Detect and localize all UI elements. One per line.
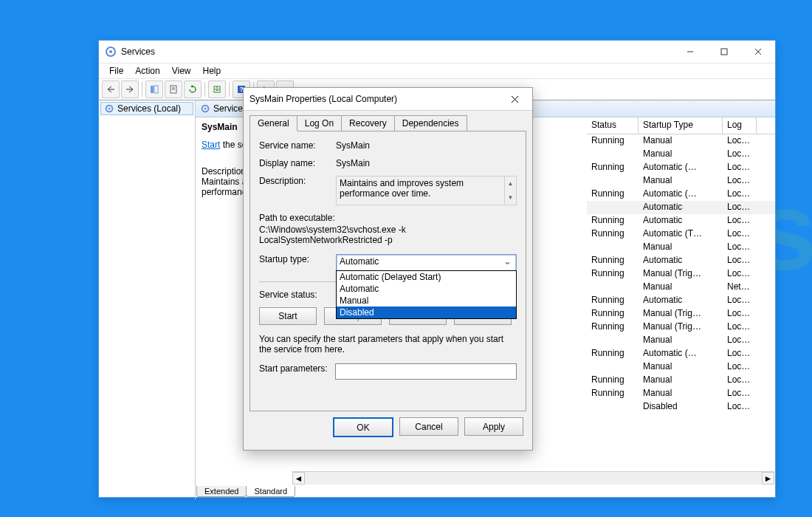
maximize-button[interactable] xyxy=(707,41,741,63)
value-display-name: SysMain xyxy=(336,158,517,168)
menu-help[interactable]: Help xyxy=(197,64,227,78)
svg-rect-7 xyxy=(154,86,158,93)
dropdown-option[interactable]: Disabled xyxy=(337,307,516,318)
start-service-link[interactable]: Start xyxy=(202,140,220,150)
startup-type-value: Automatic xyxy=(340,256,379,267)
tab-general[interactable]: General xyxy=(250,115,297,131)
table-row[interactable]: ManualLoc… xyxy=(587,241,775,254)
refresh-button[interactable] xyxy=(184,81,202,98)
ok-button[interactable]: OK xyxy=(333,417,393,437)
label-start-params: Start parameters: xyxy=(259,363,335,374)
window-title: Services xyxy=(121,47,673,57)
table-row[interactable]: ManualLoc… xyxy=(587,174,775,188)
svg-point-16 xyxy=(109,108,111,110)
svg-point-1 xyxy=(109,50,112,53)
dialog-tabs: General Log On Recovery Dependencies xyxy=(244,111,532,131)
col-startup[interactable]: Startup Type xyxy=(639,117,723,134)
minimize-button[interactable] xyxy=(673,41,707,63)
back-button[interactable] xyxy=(102,81,120,98)
svg-rect-3 xyxy=(721,49,727,55)
tab-dependencies[interactable]: Dependencies xyxy=(394,115,467,131)
menubar: File Action View Help xyxy=(99,64,775,78)
services-icon xyxy=(105,46,117,58)
start-params-note: You can specify the start parameters tha… xyxy=(259,334,517,355)
forward-button[interactable] xyxy=(121,81,139,98)
cancel-button[interactable]: Cancel xyxy=(399,417,458,436)
scroll-up-icon[interactable]: ▲ xyxy=(504,177,516,191)
col-log[interactable]: Log xyxy=(723,117,757,134)
label-service-name: Service name: xyxy=(259,140,336,151)
column-headers: Status Startup Type Log xyxy=(587,117,775,134)
table-row[interactable]: RunningManual (Trig…Loc… xyxy=(587,267,775,281)
table-row[interactable]: RunningAutomaticLoc… xyxy=(587,294,775,307)
dropdown-option[interactable]: Manual xyxy=(337,295,516,307)
tab-standard[interactable]: Standard xyxy=(246,486,295,497)
scroll-right-icon[interactable]: ► xyxy=(762,472,774,485)
table-row[interactable]: DisabledLoc… xyxy=(587,400,775,414)
dialog-title: SysMain Properties (Local Computer) xyxy=(250,94,503,104)
table-row[interactable]: RunningManualLoc… xyxy=(587,374,775,387)
close-button[interactable] xyxy=(741,41,775,63)
table-row[interactable]: RunningManualLoc… xyxy=(587,387,775,400)
properties-dialog: SysMain Properties (Local Computer) Gene… xyxy=(243,87,533,451)
table-row[interactable]: RunningAutomatic (…Loc… xyxy=(587,161,775,174)
menu-file[interactable]: File xyxy=(103,64,129,78)
start-button[interactable]: Start xyxy=(259,307,317,325)
label-service-status: Service status: xyxy=(259,290,336,300)
tab-logon[interactable]: Log On xyxy=(297,115,342,131)
dropdown-option[interactable]: Automatic xyxy=(337,283,516,295)
general-tab-page: Service name: SysMain Display name: SysM… xyxy=(250,131,526,411)
export-button[interactable] xyxy=(208,81,226,98)
description-value: Maintains and improves system performanc… xyxy=(340,178,464,199)
svg-point-18 xyxy=(204,108,207,110)
table-row[interactable]: ManualLoc… xyxy=(587,148,775,161)
table-row[interactable]: RunningAutomatic (T…Loc… xyxy=(587,227,775,241)
table-row[interactable]: RunningAutomatic (…Loc… xyxy=(587,347,775,360)
properties-icon[interactable] xyxy=(165,81,182,98)
table-row[interactable]: ManualNet… xyxy=(587,281,775,294)
label-display-name: Display name: xyxy=(259,158,336,168)
dialog-titlebar[interactable]: SysMain Properties (Local Computer) xyxy=(244,88,532,111)
tree-root-label: Services (Local) xyxy=(117,103,181,114)
horizontal-scrollbar[interactable]: ◄ ► xyxy=(292,471,774,485)
startup-type-dropdown: Automatic (Delayed Start)AutomaticManual… xyxy=(336,270,517,319)
table-row[interactable]: RunningManualLoc… xyxy=(587,134,775,148)
scroll-down-icon[interactable]: ▼ xyxy=(504,191,516,205)
table-row[interactable]: RunningManual (Trig…Loc… xyxy=(587,321,775,334)
table-row[interactable]: RunningAutomatic (…Loc… xyxy=(587,188,775,201)
menu-action[interactable]: Action xyxy=(129,64,165,78)
scroll-left-icon[interactable]: ◄ xyxy=(292,472,305,485)
table-row[interactable]: AutomaticLoc… xyxy=(587,201,775,214)
col-status[interactable]: Status xyxy=(587,117,639,134)
tree-pane: Services (Local) xyxy=(99,100,196,499)
table-row[interactable]: RunningManual (Trig…Loc… xyxy=(587,307,775,321)
show-hide-tree-button[interactable] xyxy=(145,81,163,98)
tab-recovery[interactable]: Recovery xyxy=(341,115,395,131)
value-path: C:\Windows\system32\svchost.exe -k Local… xyxy=(259,225,517,245)
menu-view[interactable]: View xyxy=(166,64,197,78)
titlebar[interactable]: Services xyxy=(99,41,775,64)
label-description: Description: xyxy=(259,176,336,186)
tree-root[interactable]: Services (Local) xyxy=(100,102,193,115)
table-row[interactable]: ManualLoc… xyxy=(587,360,775,374)
dropdown-option[interactable]: Automatic (Delayed Start) xyxy=(337,271,516,283)
svg-rect-6 xyxy=(151,86,154,93)
apply-button[interactable]: Apply xyxy=(464,417,523,436)
label-path: Path to executable: xyxy=(259,213,517,223)
table-row[interactable]: ManualLoc… xyxy=(587,334,775,347)
table-row[interactable]: RunningAutomaticLoc… xyxy=(587,214,775,227)
description-box: Maintains and improves system performanc… xyxy=(336,176,517,205)
value-service-name: SysMain xyxy=(336,140,517,151)
start-params-input[interactable] xyxy=(335,363,517,380)
bottom-tabs: Extended Standard xyxy=(196,485,295,497)
table-row[interactable]: RunningAutomaticLoc… xyxy=(587,254,775,267)
label-startup-type: Startup type: xyxy=(259,254,336,264)
tab-extended[interactable]: Extended xyxy=(196,486,247,497)
dialog-close-button[interactable] xyxy=(503,88,526,110)
